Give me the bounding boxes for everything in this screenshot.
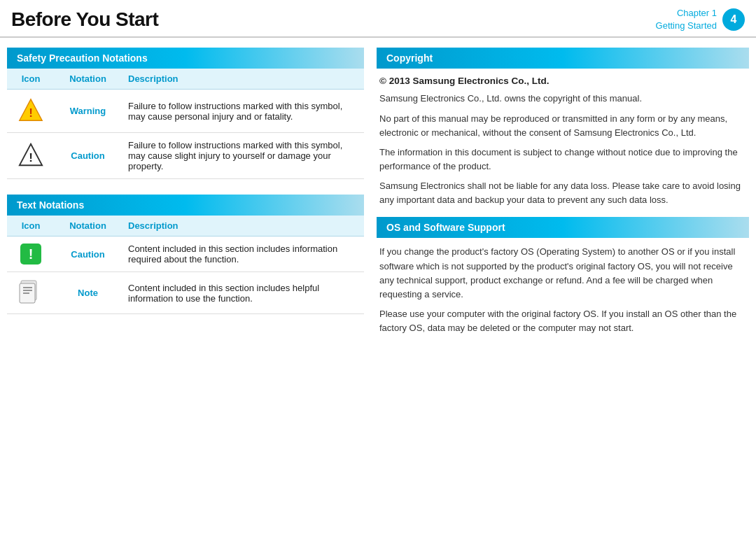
right-column: Copyright © 2013 Samsung Electronics Co.… bbox=[377, 48, 749, 341]
col-icon: Icon bbox=[7, 69, 55, 90]
text-notations-section: Text Notations Icon Notation Description… bbox=[7, 195, 364, 314]
table-header-row: Icon Notation Description bbox=[7, 69, 364, 90]
left-column: Safety Precaution Notations Icon Notatio… bbox=[7, 48, 364, 341]
os-section: OS and Software Support If you change th… bbox=[377, 217, 749, 335]
col-icon: Icon bbox=[7, 216, 55, 237]
table-row: ! Caution Content included in this secti… bbox=[7, 237, 364, 272]
copyright-para-4: Samsung Electronics shall not be liable … bbox=[379, 179, 746, 207]
notation-cell: Note bbox=[55, 272, 121, 314]
copyright-section: Copyright © 2013 Samsung Electronics Co.… bbox=[377, 48, 749, 207]
copyright-para-2: No part of this manual may be reproduced… bbox=[379, 112, 746, 140]
os-para-2: Please use your computer with the origin… bbox=[379, 307, 746, 335]
description-cell: Content included in this section include… bbox=[121, 272, 364, 314]
page-header: Before You Start Chapter 1 Getting Start… bbox=[0, 0, 756, 38]
notation-cell: Caution bbox=[55, 133, 121, 179]
page-number-badge: 4 bbox=[722, 8, 745, 31]
icon-cell bbox=[7, 272, 55, 314]
col-description: Description bbox=[121, 216, 364, 237]
chapter-info: Chapter 1 Getting Started 4 bbox=[656, 7, 745, 32]
os-header: OS and Software Support bbox=[377, 217, 749, 238]
notation-cell: Warning bbox=[55, 90, 121, 133]
table-row: ! Warning Failure to follow instructions… bbox=[7, 90, 364, 133]
text-notation-table: Icon Notation Description ! Caution Cont… bbox=[7, 216, 364, 314]
text-notations-header: Text Notations bbox=[7, 195, 364, 216]
safety-section: Safety Precaution Notations Icon Notatio… bbox=[7, 48, 364, 179]
col-notation: Notation bbox=[55, 216, 121, 237]
note-paper-icon bbox=[18, 279, 43, 304]
table-row: ! Caution Failure to follow instructions… bbox=[7, 133, 364, 179]
col-description: Description bbox=[121, 69, 364, 90]
copyright-para-3: The information in this document is subj… bbox=[379, 146, 746, 174]
safety-section-header: Safety Precaution Notations bbox=[7, 48, 364, 69]
main-content: Safety Precaution Notations Icon Notatio… bbox=[0, 38, 756, 351]
safety-notation-table: Icon Notation Description ! bbox=[7, 69, 364, 179]
notation-cell: Caution bbox=[55, 237, 121, 272]
description-cell: Failure to follow instructions marked wi… bbox=[121, 133, 364, 179]
warning-triangle-icon: ! bbox=[18, 97, 44, 123]
copyright-para-1: Samsung Electronics Co., Ltd. owns the c… bbox=[379, 92, 746, 106]
icon-cell: ! bbox=[7, 90, 55, 133]
copyright-header: Copyright bbox=[377, 48, 749, 69]
col-notation: Notation bbox=[55, 69, 121, 90]
caution-triangle-icon: ! bbox=[18, 141, 44, 168]
page-title: Before You Start bbox=[11, 8, 158, 31]
description-cell: Content included in this section include… bbox=[121, 237, 364, 272]
copyright-title: © 2013 Samsung Electronics Co., Ltd. bbox=[379, 76, 746, 86]
caution-green-icon: ! bbox=[20, 244, 41, 265]
icon-cell: ! bbox=[7, 237, 55, 272]
os-para-1: If you change the product's factory OS (… bbox=[379, 245, 746, 302]
chapter-text: Chapter 1 Getting Started bbox=[656, 7, 717, 32]
description-cell: Failure to follow instructions marked wi… bbox=[121, 90, 364, 133]
svg-text:!: ! bbox=[29, 152, 33, 165]
svg-text:!: ! bbox=[29, 107, 33, 120]
table-row: Note Content included in this section in… bbox=[7, 272, 364, 314]
icon-cell: ! bbox=[7, 133, 55, 179]
table-header-row: Icon Notation Description bbox=[7, 216, 364, 237]
